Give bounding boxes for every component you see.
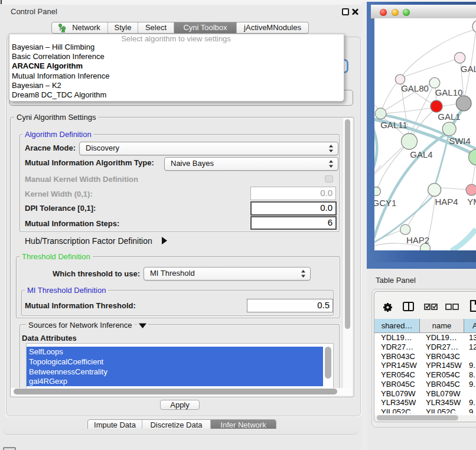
svg-text:GCY1: GCY1 — [374, 198, 396, 208]
svg-text:GAL7: GAL7 — [461, 64, 476, 74]
svg-text:YMR0: YMR0 — [467, 197, 476, 207]
svg-text:GAL11: GAL11 — [380, 120, 407, 130]
svg-text:GAL1: GAL1 — [438, 112, 460, 122]
svg-text:GAL80: GAL80 — [401, 83, 429, 93]
svg-text:SWI4: SWI4 — [449, 136, 471, 146]
svg-text:HAP4: HAP4 — [435, 197, 458, 207]
svg-text:GAL10: GAL10 — [435, 87, 463, 97]
svg-text:HAP2: HAP2 — [406, 235, 429, 245]
svg-text:GAL4: GAL4 — [410, 149, 432, 159]
